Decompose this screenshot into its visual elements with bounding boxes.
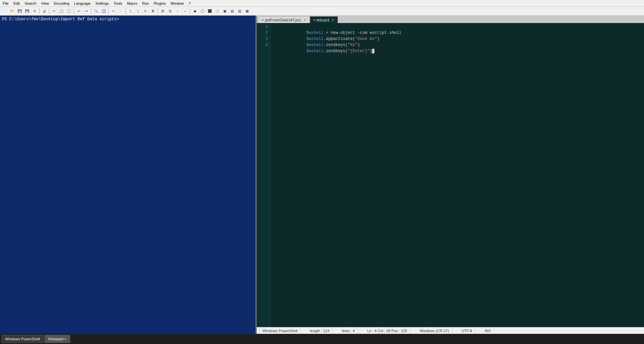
tab-icon-1: ≡ — [262, 18, 263, 22]
toolbar-cut[interactable]: ✂ — [51, 8, 58, 15]
menu-help[interactable]: ? — [186, 1, 192, 6]
code-var-2: $wshell — [306, 37, 323, 41]
windows-taskbar: Windows PowerShell Notepad++ — [0, 334, 644, 344]
toolbar-zoomout[interactable]: - — [117, 8, 124, 15]
menu-search[interactable]: Search — [23, 1, 39, 6]
line-num-4: 4 — [257, 42, 268, 48]
toolbar-zoomin[interactable]: + — [110, 8, 117, 15]
toolbar-replace[interactable]: 🔄 — [100, 8, 107, 15]
menu-file[interactable]: File — [1, 1, 11, 6]
code-var-3: $wshell — [306, 43, 323, 47]
status-position: Ln : 4 Col : 28 Pos : 125 — [365, 327, 410, 334]
editor-panel: ≡ getPosteDataUAT.ps1 ✕ ≡ test.ps1 ✕ 1 2 — [257, 16, 644, 334]
status-encoding: UTF-8 — [459, 327, 475, 334]
menu-macro[interactable]: Macro — [125, 1, 139, 6]
toolbar-find[interactable]: 🔍 — [93, 8, 99, 15]
code-close-2: ) — [377, 37, 380, 41]
toolbar: 📄 📂 💾 💾 ✕ 🖨 ✂ 📋 📋 ↩ ↪ 🔍 🔄 + - ⟨ ⟩ ≡ ≣ — [0, 7, 644, 16]
code-var-4: $wshell — [306, 49, 323, 53]
taskbar-notepadpp[interactable]: Notepad++ — [44, 335, 70, 343]
menu-encoding[interactable]: Encoding — [52, 1, 71, 6]
status-bar: Windows PowerShell length : 124 lines : … — [257, 327, 644, 334]
toolbar-new[interactable]: 📄 — [1, 8, 8, 15]
code-close-3: ) — [358, 43, 360, 47]
status-length: length : 124 — [307, 327, 332, 334]
tab-label-2: test.ps1 — [317, 18, 330, 22]
toolbar-redo[interactable]: ↪ — [83, 8, 90, 15]
code-var-1: $wshell — [306, 30, 323, 35]
code-method-3: .sendkeys( — [323, 43, 348, 47]
code-kw-1: new-object — [331, 30, 355, 35]
toolbar-saveall[interactable]: 💾 — [24, 8, 30, 15]
toolbar-close[interactable]: ✕ — [31, 8, 38, 15]
toolbar-b5[interactable]: ⊞ — [159, 8, 166, 15]
status-lineending: Windows (CR LF) — [417, 327, 452, 334]
terminal-prompt: PS C:\Users\fmv\Desktop\Import Ref Data … — [2, 17, 119, 22]
taskbar-powershell[interactable]: Windows PowerShell — [1, 335, 44, 343]
menu-tools[interactable]: Tools — [112, 1, 124, 6]
menu-settings[interactable]: Settings — [93, 1, 111, 6]
code-str-2: "Save As" — [355, 37, 377, 41]
menu-view[interactable]: View — [39, 1, 51, 6]
line-num-3: 3 — [257, 36, 268, 42]
code-method-2: .appactivate( — [323, 37, 355, 41]
tab-getpostedatauat[interactable]: ≡ getPosteDataUAT.ps1 ✕ — [258, 16, 310, 23]
toolbar-b16[interactable]: ▦ — [244, 8, 250, 15]
toolbar-b11[interactable]: ⬛ — [206, 8, 213, 15]
status-mode: INS — [482, 327, 494, 334]
line-num-1: 1 — [257, 24, 268, 30]
tab-label-1: getPosteDataUAT.ps1 — [265, 18, 301, 22]
toolbar-copy[interactable]: 📋 — [58, 8, 65, 15]
tab-icon-2: ≡ — [314, 18, 315, 22]
code-line-1: $wshell = new-object -com wscript.shell — [272, 24, 642, 30]
toolbar-b13[interactable]: ▣ — [221, 8, 228, 15]
toolbar-undo[interactable]: ↩ — [75, 8, 82, 15]
toolbar-b8[interactable]: ↔ — [182, 8, 188, 15]
tab-close-2[interactable]: ✕ — [331, 18, 334, 22]
toolbar-separator-4 — [91, 8, 91, 14]
code-editor[interactable]: 1 2 3 4 $wshell = new-object -com wscrip… — [257, 23, 644, 327]
toolbar-b2[interactable]: ⟩ — [135, 8, 141, 15]
menu-window[interactable]: Window — [168, 1, 186, 6]
code-area[interactable]: $wshell = new-object -com wscript.shell … — [270, 23, 644, 327]
toolbar-separator-1 — [39, 8, 40, 14]
menu-plugins[interactable]: Plugins — [152, 1, 168, 6]
code-text-1: -com wscript.shell — [355, 30, 401, 35]
toolbar-b1[interactable]: ⟨ — [127, 8, 134, 15]
toolbar-b3[interactable]: ≡ — [142, 8, 149, 15]
code-str-3: "%s" — [348, 43, 358, 47]
toolbar-separator-6 — [125, 8, 126, 14]
toolbar-separator-8 — [190, 8, 190, 14]
tab-close-1[interactable]: ✕ — [303, 18, 306, 22]
toolbar-b14[interactable]: ▤ — [229, 8, 235, 15]
toolbar-separator-2 — [49, 8, 49, 14]
code-method-4: .sendkeys( — [323, 49, 348, 53]
terminal-panel[interactable]: PS C:\Users\fmv\Desktop\Import Ref Data … — [0, 16, 255, 334]
tab-test[interactable]: ≡ test.ps1 ✕ — [310, 16, 338, 23]
toolbar-separator-7 — [158, 8, 158, 14]
toolbar-separator-3 — [74, 8, 74, 14]
toolbar-print[interactable]: 🖨 — [41, 8, 48, 15]
toolbar-b12[interactable]: ⬜ — [214, 8, 221, 15]
menu-edit[interactable]: Edit — [12, 1, 22, 6]
toolbar-save[interactable]: 💾 — [16, 8, 23, 15]
toolbar-b7[interactable]: ↕ — [174, 8, 181, 15]
toolbar-paste[interactable]: 📋 — [66, 8, 72, 15]
code-op-1: = — [323, 30, 331, 35]
toolbar-open[interactable]: 📂 — [9, 8, 16, 15]
tab-bar: ≡ getPosteDataUAT.ps1 ✕ ≡ test.ps1 ✕ — [257, 16, 644, 23]
menu-run[interactable]: Run — [140, 1, 151, 6]
toolbar-b15[interactable]: ▥ — [236, 8, 243, 15]
toolbar-separator-5 — [108, 8, 109, 14]
toolbar-b6[interactable]: ⊟ — [167, 8, 174, 15]
toolbar-b4[interactable]: ≣ — [150, 8, 156, 15]
toolbar-b10[interactable]: ◯ — [199, 8, 206, 15]
toolbar-b9[interactable]: ◉ — [191, 8, 198, 15]
status-lines: lines : 4 — [339, 327, 358, 334]
line-numbers: 1 2 3 4 — [257, 23, 270, 327]
code-str-4: "{Enter}" — [348, 49, 370, 53]
line-num-2: 2 — [257, 30, 268, 36]
menu-bar: File Edit Search View Encoding Language … — [0, 0, 644, 7]
text-cursor — [372, 49, 374, 53]
menu-language[interactable]: Language — [72, 1, 93, 6]
